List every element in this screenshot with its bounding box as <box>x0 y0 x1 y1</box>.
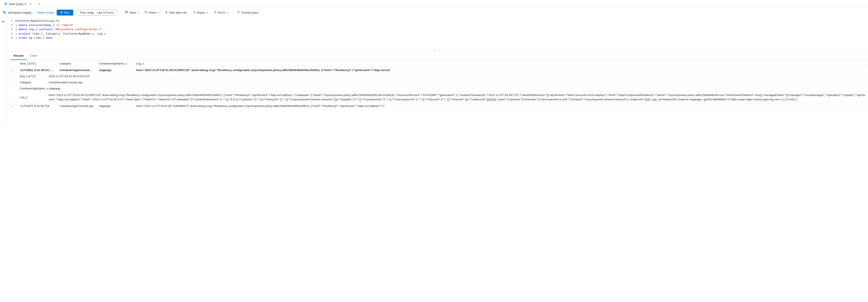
svg-rect-5 <box>3 12 4 13</box>
format-label: Format query <box>241 11 258 14</box>
format-query-button[interactable]: Format query <box>236 10 259 15</box>
play-icon <box>61 11 63 14</box>
cell-time: 11/7/2023, 6:41:00.718 PM <box>18 103 57 109</box>
col-log[interactable]: Log_s <box>133 60 868 67</box>
time-range-picker[interactable]: Time range : Last 24 hours <box>76 10 117 15</box>
line-code[interactable]: | order by time_t desc <box>15 36 53 40</box>
svg-rect-0 <box>5 3 7 3</box>
col-category[interactable]: Category <box>57 60 96 67</box>
cell-appname: stageapp <box>96 103 133 109</box>
svg-rect-6 <box>5 12 6 13</box>
results-header-row: time_t [UTC] Category ContainerAppName_s… <box>6 60 868 67</box>
toolbar: workspace-stageg… Select scope Run Time … <box>0 8 868 18</box>
editor-line: 4| project time_t, Category, ContainerAp… <box>6 32 868 36</box>
detail-key: time_t [UTC] <box>6 73 46 79</box>
save-label: Save <box>129 11 136 14</box>
query-icon <box>4 2 7 6</box>
tab-chart[interactable]: Chart <box>27 52 40 60</box>
col-time[interactable]: time_t [UTC] <box>18 60 57 67</box>
time-range-value: Last 24 hours <box>97 11 114 14</box>
export-icon <box>192 11 196 14</box>
format-icon <box>237 11 240 14</box>
line-number: 3 <box>6 27 15 32</box>
svg-rect-1 <box>5 3 6 4</box>
query-tab-active[interactable]: New Query 1* ✕ <box>2 0 35 8</box>
cell-time: 11/7/2023, 6:41:45.511 … <box>18 67 57 73</box>
line-number: 4 <box>6 32 15 36</box>
export-button[interactable]: Export ▾ <box>191 10 209 15</box>
detail-key: Log_s <box>6 94 46 100</box>
table-row[interactable]: ⌄11/7/2023, 6:41:45.511 …ContainerAppCon… <box>6 67 868 73</box>
close-icon[interactable]: ✕ <box>29 3 33 6</box>
line-number: 1 <box>6 19 15 23</box>
workspace-scope: workspace-stageg… Select scope <box>3 10 54 15</box>
query-editor[interactable]: 1ContainerAppConsoleLogs_CL2| where Cont… <box>6 18 868 48</box>
new-alert-rule-button[interactable]: New alert rule <box>163 10 188 15</box>
select-scope-link[interactable]: Select scope <box>37 11 54 14</box>
run-button[interactable]: Run <box>57 10 73 15</box>
line-code[interactable]: ContainerAppConsoleLogs_CL <box>15 19 60 23</box>
line-code[interactable]: | where Log_s contains "Resiliency confi… <box>15 27 102 32</box>
svg-rect-4 <box>5 11 6 12</box>
pin-icon <box>214 11 217 14</box>
col-appname[interactable]: ContainerAppName_s <box>96 60 133 67</box>
line-code[interactable]: | where ContainerName_s == "daprd" <box>15 23 73 28</box>
detail-key: Category <box>6 79 46 85</box>
chevron-right-icon: ≫ <box>2 20 5 23</box>
line-number: 2 <box>6 23 15 28</box>
pin-label: Pin to <box>218 11 225 14</box>
main-area: ≫ 1ContainerAppConsoleLogs_CL2| where Co… <box>0 18 868 127</box>
cell-category: ContainerAppConsoleLogs <box>57 103 96 109</box>
svg-rect-3 <box>3 11 4 12</box>
detail-row: ContainerAppName_sstageapp <box>6 86 868 92</box>
splitter-handle[interactable]: • • • <box>6 48 868 52</box>
detail-row: Log_stime="2023-11-07T18:41:45.511590713… <box>6 92 868 103</box>
detail-row: time_t [UTC]2023-11-07T18:41:45.5116722Z <box>6 73 868 79</box>
workspace-icon <box>3 10 6 15</box>
detail-value: stageapp <box>46 86 868 92</box>
time-range-label: Time range : <box>80 11 96 14</box>
new-alert-label: New alert rule <box>169 11 187 14</box>
editor-line: 1ContainerAppConsoleLogs_CL <box>6 19 868 23</box>
editor-line: 5| order by time_t desc <box>6 36 868 40</box>
cell-category: ContainerAppConsoleLogs <box>57 67 96 73</box>
chevron-down-icon: ▾ <box>158 11 159 14</box>
cell-log: time="2023-11-07T18:41:45.511590713Z" le… <box>133 67 868 73</box>
detail-value: 2023-11-07T18:41:45.5116722Z <box>46 73 868 79</box>
query-tabs-bar: New Query 1* ✕ + <box>0 0 868 8</box>
results-tabs: Results Chart <box>6 52 868 60</box>
col-expand <box>6 60 18 67</box>
share-label: Share <box>149 11 156 14</box>
chevron-down-icon: ▾ <box>207 11 208 14</box>
plus-icon: + <box>38 2 40 6</box>
share-icon <box>145 11 148 14</box>
editor-line: 3| where Log_s contains "Resiliency conf… <box>6 27 868 32</box>
editor-line: 2| where ContainerName_s == "daprd" <box>6 23 868 28</box>
tab-results[interactable]: Results <box>10 52 27 60</box>
table-row[interactable]: ›11/7/2023, 6:41:00.718 PMContainerAppCo… <box>6 103 868 109</box>
cell-log: time="2023-11-07T18:41:00.718468847Z" le… <box>133 103 868 109</box>
chevron-down-icon: ▾ <box>137 11 139 14</box>
export-label: Export <box>197 11 205 14</box>
chevron-right-icon[interactable]: › <box>6 104 18 108</box>
detail-value: time="2023-11-07T18:41:45.511590713Z" le… <box>46 92 868 103</box>
query-tab-label: New Query 1* <box>9 2 27 6</box>
toolbar-separator <box>120 10 121 15</box>
run-label: Run <box>64 11 69 14</box>
save-button[interactable]: Save ▾ <box>124 10 140 15</box>
add-tab-button[interactable]: + <box>35 2 43 6</box>
results-table: time_t [UTC] Category ContainerAppName_s… <box>6 60 868 109</box>
chevron-down-icon[interactable]: ⌄ <box>6 68 18 72</box>
cell-appname: stageapp <box>96 67 133 73</box>
plus-icon <box>165 11 168 14</box>
save-icon <box>125 11 128 14</box>
line-code[interactable]: | project time_t, Category, ContainerApp… <box>15 32 106 36</box>
share-button[interactable]: Share ▾ <box>143 10 161 15</box>
svg-rect-2 <box>5 4 7 5</box>
detail-row: CategoryContainerAppConsoleLogs <box>6 79 868 86</box>
svg-marker-7 <box>61 11 63 13</box>
chevron-down-icon: ▾ <box>227 11 228 14</box>
line-number: 5 <box>6 36 15 40</box>
pin-button[interactable]: Pin to ▾ <box>212 10 229 15</box>
collapse-panel-toggle[interactable]: ≫ <box>0 18 6 127</box>
